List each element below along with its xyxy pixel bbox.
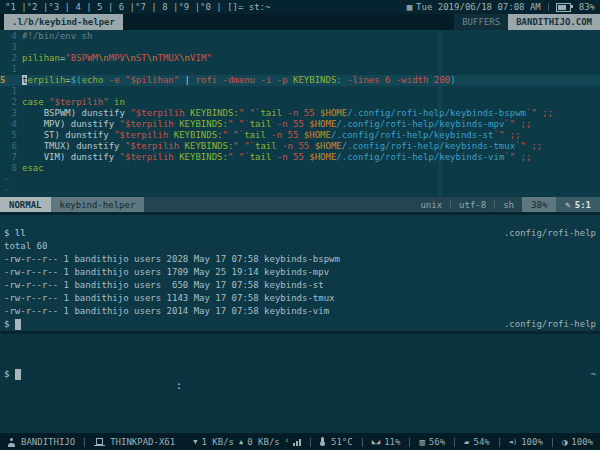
code-line[interactable]: 7 VIM) dunstify "$terpilih KEYBINDS:" "`… — [0, 152, 600, 163]
code-line[interactable]: 4 MPV) dunstify "$terpilih KEYBINDS:" "`… — [0, 119, 600, 130]
code-line[interactable]: 6 TMUX) dunstify "$terpilih KEYBINDS:" "… — [0, 141, 600, 152]
code-segment: "$terpilih — [125, 141, 185, 151]
code-segment: KEYBINDS: — [179, 119, 228, 129]
code-segment: "$terpilih" — [49, 97, 109, 107]
cpu-value: 11% — [384, 437, 400, 447]
code-line[interactable]: 2pilihan="BSPWM\nMPV\nST\nTMUX\nVIM" — [0, 53, 600, 64]
temperature-module: 51°C — [320, 437, 353, 447]
code-segment: /.config/rofi-help/keybinds-bspwm — [347, 108, 526, 118]
code-line[interactable]: 3 BSPWM) dunstify "$terpilih KEYBINDS:" … — [0, 108, 600, 119]
code-segment: KEYBINDS: — [293, 75, 347, 85]
speaker-icon: ◄) — [509, 438, 517, 446]
shell-prompt-line[interactable]: $ ~ — [4, 368, 596, 381]
tmux-window-list[interactable]: °1 |°2 |°3 | 4 | 5 | 6 |°7 | 8 |°9 |°0 |… — [5, 2, 271, 12]
battery-icon — [556, 3, 571, 12]
vim-buffer[interactable]: 4#!/bin/env sh32pilihan="BSPWM\nMPV\nST\… — [0, 30, 600, 197]
temperature-value: 51°C — [331, 437, 353, 447]
separator — [548, 3, 549, 11]
code-segment: tail — [250, 152, 277, 162]
vim-statusline: NORMAL keybind-helper unix utf-8 sh 38% … — [0, 197, 600, 212]
ram-icon: ▥ — [419, 437, 424, 447]
code-line[interactable]: 4#!/bin/env sh — [0, 31, 600, 42]
code-segment: MPV — [109, 53, 125, 63]
code-segment: $HOME — [304, 130, 331, 140]
line-number: 3 — [0, 42, 17, 53]
cpu-icon: ◣◢ — [372, 438, 380, 446]
code-segment: $HOME — [320, 108, 347, 118]
code-segment: tail — [250, 119, 277, 129]
prompt-symbol: $ — [4, 368, 15, 381]
empty-line-tilde: ~ — [0, 174, 600, 185]
download-speed: 1 KB/s — [202, 437, 235, 447]
file-type: sh — [495, 197, 522, 212]
signal-count: ² — [285, 439, 289, 446]
code-segment: VIM" — [190, 53, 212, 63]
terminal-cursor — [15, 369, 21, 380]
buffers-label: BUFFERS — [454, 14, 508, 30]
command-text: ll — [15, 227, 26, 240]
line-number: 2 — [0, 97, 17, 108]
code-segment: VIM) dunstify — [22, 152, 120, 162]
code-segment: $HOME — [315, 141, 342, 151]
code-segment: `" ;; — [504, 119, 531, 129]
shell-prompt-line[interactable]: $ ll.config/rofi-help — [4, 227, 596, 240]
code-segment: -e — [109, 75, 125, 85]
code-segment: -lines 6 -width 200 — [347, 75, 450, 85]
separator — [499, 438, 500, 447]
right-prompt-path: .config/rofi-help — [504, 227, 596, 240]
volume-module[interactable]: ◄) 100% — [509, 437, 543, 447]
line-number: 1 — [0, 86, 17, 97]
code-line[interactable]: 1 — [0, 64, 600, 75]
code-segment: /.config/rofi-help/keybinds-st — [331, 130, 494, 140]
file-format: unix — [412, 197, 450, 212]
line-number: 8 — [0, 163, 17, 174]
code-segment: -n 55 — [271, 130, 304, 140]
code-segment: " "` — [223, 130, 245, 140]
vim-mode-indicator: NORMAL — [0, 197, 51, 212]
username-label: BANDITHIJO — [21, 437, 75, 447]
code-line[interactable]: 5terpilih=$(echo -e "$pilihan" | rofi -d… — [0, 75, 600, 86]
brightness-module[interactable]: ◑ 100% — [562, 437, 593, 447]
code-line[interactable]: 8esac — [0, 163, 600, 174]
thermometer-icon — [321, 437, 324, 445]
code-segment: "$pilihan" — [125, 75, 179, 85]
code-line[interactable]: 2case "$terpilih" in — [0, 97, 600, 108]
bottom-shell-pane[interactable]: : $ ~ — [0, 334, 600, 433]
shell-prompt-line[interactable]: $ .config/rofi-help — [4, 318, 596, 331]
code-line[interactable]: 5 ST) dunstify "$terpilih KEYBINDS:" "`t… — [0, 130, 600, 141]
shell-pane[interactable]: $ ll.config/rofi-helptotal 60-rw-r--r-- … — [0, 215, 600, 331]
cursor-position: ✎ 5:1 — [556, 197, 600, 212]
code-segment: \n — [147, 53, 158, 63]
code-line[interactable]: 1 — [0, 86, 600, 97]
line-number: 5 — [0, 75, 17, 86]
code-segment: $HOME — [309, 152, 336, 162]
line-number: 4 — [0, 31, 17, 42]
terminal-output-line: -rw-r--r-- 1 bandithijo users 650 May 17… — [4, 279, 596, 292]
user-icon — [7, 438, 16, 447]
code-line[interactable]: 3 — [0, 42, 600, 53]
code-segment: BSPWM) dunstify — [22, 108, 130, 118]
hostname-label: THINKPAD-X61 — [110, 437, 175, 447]
network-down-module: ▼ 1 KB/s — [193, 437, 234, 447]
code-segment: MPV) dunstify — [22, 119, 120, 129]
code-segment: /.config/rofi-help/keybinds-tmux — [342, 141, 515, 151]
mouse-text-cursor: : — [176, 380, 182, 391]
laptop-icon — [94, 438, 105, 446]
separator — [454, 438, 455, 447]
terminal-output-line: -rw-r--r-- 1 bandithijo users 2014 May 1… — [4, 305, 596, 318]
code-segment: " "` — [233, 141, 255, 151]
code-segment: tail — [260, 108, 287, 118]
terminal-output-line: -rw-r--r-- 1 bandithijo users 1143 May 1… — [4, 292, 596, 305]
code-segment: `" ;; — [504, 152, 531, 162]
tab-keybind-helper[interactable]: .l/b/keybind-helper — [4, 14, 123, 30]
disk-icon: ▰ — [464, 437, 469, 447]
code-segment: in — [109, 97, 125, 107]
line-number: 3 — [0, 108, 17, 119]
signal-icon — [293, 439, 301, 446]
prompt-symbol: $ — [4, 227, 15, 240]
clock-datetime: Tue 2019/06/18 07:08 AM — [416, 2, 541, 12]
line-number: 2 — [0, 53, 17, 64]
code-segment: "$terpilih — [120, 119, 180, 129]
code-segment: /.config/rofi-help/keybinds-vim — [336, 152, 504, 162]
battery-percent: 83% — [579, 2, 595, 12]
